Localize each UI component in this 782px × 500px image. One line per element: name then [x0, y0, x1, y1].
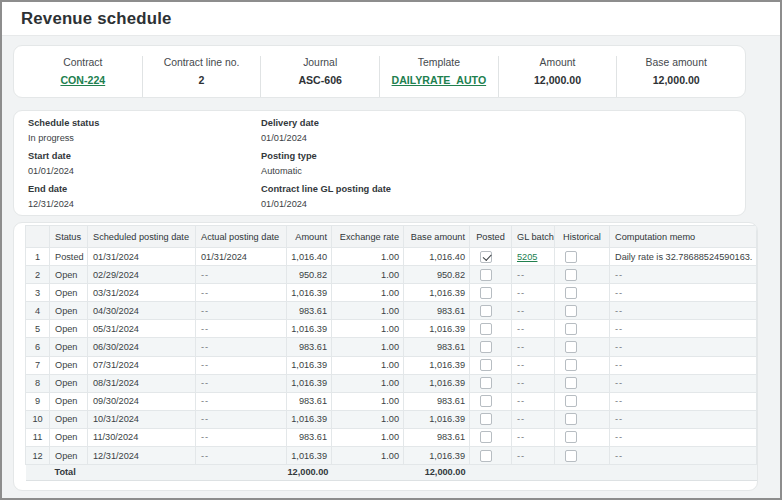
detail-value: Automatic: [261, 164, 745, 179]
posted-checkbox[interactable]: [480, 287, 492, 299]
historical-checkbox[interactable]: [565, 251, 577, 263]
cell-scheduled: 10/31/2024: [88, 410, 196, 428]
cell-memo: --: [610, 374, 757, 392]
posted-checkbox[interactable]: [480, 269, 492, 281]
cell-rate: 1.00: [332, 447, 404, 465]
total-posted: [470, 465, 512, 480]
cell-historical: [555, 320, 610, 338]
detail-value: 01/01/2024: [28, 164, 261, 179]
posted-checkbox[interactable]: [480, 395, 492, 407]
historical-checkbox[interactable]: [565, 450, 577, 462]
posted-checkbox[interactable]: [480, 251, 492, 263]
cell-amount: 983.61: [287, 428, 332, 446]
col-header-glbatch: GL batch: [512, 226, 555, 248]
posted-checkbox[interactable]: [480, 431, 492, 443]
cell-memo: --: [610, 410, 757, 428]
summary-label: Template: [380, 56, 498, 70]
cell-rate: 1.00: [332, 410, 404, 428]
schedule-table: StatusScheduled posting dateActual posti…: [25, 225, 757, 481]
historical-checkbox[interactable]: [565, 413, 577, 425]
cell-base: 1,016.39: [404, 410, 470, 428]
historical-checkbox[interactable]: [565, 305, 577, 317]
cell-base: 950.82: [404, 266, 470, 284]
historical-checkbox[interactable]: [565, 359, 577, 371]
historical-checkbox[interactable]: [565, 341, 577, 353]
schedule-row-5: 5Open05/31/2024--1,016.391.001,016.39---…: [26, 320, 757, 338]
cell-actual: --: [196, 266, 287, 284]
cell-posted: [470, 356, 512, 374]
cell-posted: [470, 410, 512, 428]
summary-value: CON-224: [24, 72, 142, 88]
detail-label: Schedule status: [28, 115, 261, 131]
historical-checkbox[interactable]: [565, 431, 577, 443]
schedule-row-11: 11Open11/30/2024--983.611.00983.61----: [26, 428, 757, 446]
summary-label: Journal: [261, 56, 379, 70]
summary-link-con-224[interactable]: CON-224: [60, 74, 105, 86]
historical-checkbox[interactable]: [565, 377, 577, 389]
cell-scheduled: 04/30/2024: [88, 302, 196, 320]
historical-checkbox[interactable]: [565, 269, 577, 281]
cell-base: 1,016.39: [404, 374, 470, 392]
detail-value: 12/31/2024: [28, 197, 261, 212]
detail-field-schedule-status: Schedule statusIn progress: [28, 115, 261, 148]
schedule-row-8: 8Open08/31/2024--1,016.391.001,016.39---…: [26, 374, 757, 392]
cell-rate: 1.00: [332, 302, 404, 320]
cell-base: 983.61: [404, 392, 470, 410]
cell-base: 983.61: [404, 338, 470, 356]
cell-rate: 1.00: [332, 356, 404, 374]
total-base: 12,000.00: [404, 465, 470, 480]
summary-strip: ContractCON-224Contract line no.2Journal…: [13, 45, 746, 98]
cell-base: 983.61: [404, 428, 470, 446]
cell-base: 1,016.39: [404, 284, 470, 302]
cell-scheduled: 06/30/2024: [88, 338, 196, 356]
gl-batch-link[interactable]: 5205: [517, 252, 537, 262]
summary-link-dailyrate_auto[interactable]: DAILYRATE_AUTO: [392, 74, 487, 86]
col-header-amount: Amount: [287, 226, 332, 248]
cell-status: Open: [50, 356, 88, 374]
summary-value: ASC-606: [261, 72, 379, 88]
cell-historical: [555, 284, 610, 302]
total-status: Total: [50, 465, 88, 480]
revenue-schedule-window: Revenue schedule ContractCON-224Contract…: [0, 0, 782, 500]
cell-num: 4: [26, 302, 50, 320]
cell-amount: 1,016.39: [287, 374, 332, 392]
cell-base: 1,016.39: [404, 447, 470, 465]
cell-glbatch: --: [512, 356, 555, 374]
summary-label: Amount: [499, 56, 617, 70]
cell-memo: --: [610, 302, 757, 320]
cell-num: 12: [26, 447, 50, 465]
cell-rate: 1.00: [332, 338, 404, 356]
historical-checkbox[interactable]: [565, 395, 577, 407]
detail-value: 01/01/2024: [261, 197, 745, 212]
historical-checkbox[interactable]: [565, 287, 577, 299]
cell-amount: 950.82: [287, 266, 332, 284]
col-header-memo: Computation memo: [610, 226, 757, 248]
cell-actual: --: [196, 428, 287, 446]
cell-amount: 1,016.39: [287, 284, 332, 302]
posted-checkbox[interactable]: [480, 323, 492, 335]
detail-label: Posting type: [261, 148, 745, 164]
detail-field-start-date: Start date01/01/2024: [28, 148, 261, 181]
posted-checkbox[interactable]: [480, 450, 492, 462]
cell-historical: [555, 428, 610, 446]
details-panel: Schedule statusIn progressStart date01/0…: [13, 110, 746, 216]
posted-checkbox[interactable]: [480, 377, 492, 389]
cell-glbatch: --: [512, 374, 555, 392]
cell-memo: --: [610, 392, 757, 410]
cell-scheduled: 03/31/2024: [88, 284, 196, 302]
historical-checkbox[interactable]: [565, 323, 577, 335]
cell-amount: 1,016.39: [287, 320, 332, 338]
cell-amount: 1,016.39: [287, 447, 332, 465]
posted-checkbox[interactable]: [480, 341, 492, 353]
cell-status: Posted: [50, 248, 88, 266]
cell-posted: [470, 338, 512, 356]
cell-num: 9: [26, 392, 50, 410]
cell-memo: --: [610, 356, 757, 374]
posted-checkbox[interactable]: [480, 305, 492, 317]
schedule-row-7: 7Open07/31/2024--1,016.391.001,016.39---…: [26, 356, 757, 374]
posted-checkbox[interactable]: [480, 359, 492, 371]
cell-num: 10: [26, 410, 50, 428]
cell-num: 1: [26, 248, 50, 266]
total-glbatch: [512, 465, 555, 480]
posted-checkbox[interactable]: [480, 413, 492, 425]
